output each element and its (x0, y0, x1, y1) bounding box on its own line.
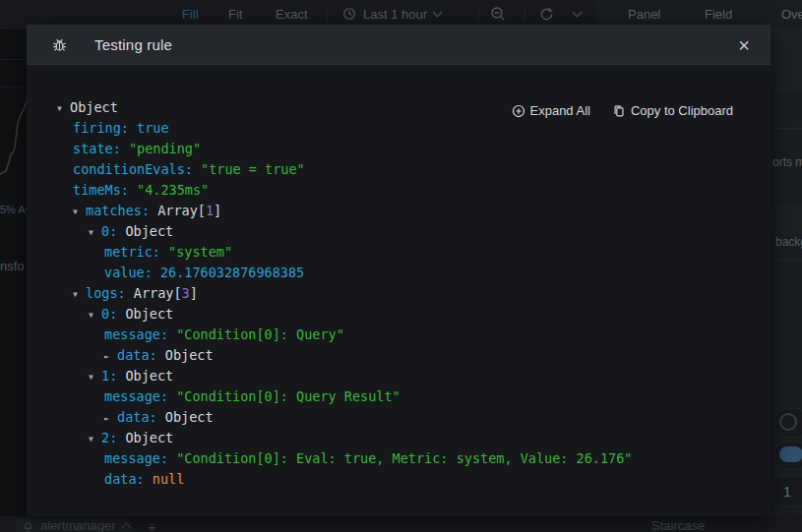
caret-down-icon[interactable]: ▼ (89, 222, 101, 243)
copy-icon (612, 104, 626, 118)
json-actions: Expand All Copy to Clipboard (512, 103, 734, 118)
tree-key: 1: (101, 368, 117, 384)
tree-row: metric: "system" (27, 242, 771, 263)
tree-key: message: (104, 388, 168, 404)
tree-row[interactable]: ▼1: Object (27, 366, 771, 386)
expand-all-button[interactable]: Expand All (512, 103, 590, 118)
tree-row: conditionEvals: "true = true" (27, 159, 771, 180)
tree-key: 0: (101, 223, 117, 239)
expand-all-label: Expand All (530, 103, 590, 118)
copy-to-clipboard-label: Copy to Clipboard (631, 103, 733, 118)
tree-null: null (145, 471, 185, 487)
tree-row: message: "Condition[0]: Query Result" (27, 386, 771, 407)
tree-key: matches: (86, 203, 150, 218)
bug-icon (50, 36, 69, 53)
tree-str: "system" (160, 244, 232, 260)
tree-row[interactable]: ▼0: Object (27, 304, 771, 325)
tree-row: data: null (27, 469, 771, 490)
caret-down-icon[interactable]: ▼ (57, 98, 70, 119)
tree-idx: 1 (206, 203, 214, 218)
tree-str: "pending" (121, 141, 201, 156)
tree-key: message: (104, 450, 168, 466)
tree-str: "Condition[0]: Query" (168, 326, 344, 342)
tree-key: metric: (104, 244, 160, 260)
caret-right-icon[interactable]: ► (104, 346, 117, 367)
tree-plain: ] (214, 203, 221, 218)
tree-plain: Object (157, 347, 214, 363)
tree-plain: ] (190, 285, 198, 301)
tree-plain: Array[ (126, 285, 182, 301)
tree-key: data: (117, 347, 157, 363)
tree-row: timeMs: "4.235ms" (27, 180, 771, 201)
tree-key: data: (104, 471, 145, 487)
tree-key: message: (104, 326, 168, 342)
tree-str: "Condition[0]: Eval: true, Metric: syste… (168, 450, 632, 466)
tree-row: firing: true (27, 118, 771, 139)
modal-header: Testing rule × (27, 25, 771, 65)
tree-row[interactable]: ▼logs: Array[3] (27, 283, 771, 304)
tree-str: "Condition[0]: Query Result" (168, 388, 401, 404)
tree-plain: Object (117, 368, 173, 384)
close-icon[interactable]: × (731, 32, 757, 58)
caret-down-icon[interactable]: ▼ (89, 305, 101, 325)
tree-row[interactable]: ▼2: Object (27, 428, 771, 448)
grafana-app: Fill Fit Exact Last 1 hour (0, 0, 802, 532)
tree-plain: Object (70, 99, 118, 115)
tree-row: value: 26.176032876968385 (27, 263, 771, 283)
tree-str: "4.235ms" (129, 182, 209, 198)
tree-plain: Object (117, 306, 173, 322)
modal-title: Testing rule (94, 36, 172, 53)
tree-key: data: (117, 409, 157, 425)
caret-down-icon[interactable]: ▼ (73, 202, 86, 222)
tree-plain: Array[ (150, 203, 206, 218)
caret-right-icon[interactable]: ► (104, 408, 117, 429)
caret-down-icon[interactable]: ▼ (73, 284, 86, 305)
tree-row[interactable]: ►data: Object (27, 407, 771, 428)
tree-plain: Object (157, 409, 214, 425)
tree-plain: Object (117, 223, 173, 239)
tree-row[interactable]: ▼0: Object (27, 221, 771, 242)
caret-down-icon[interactable]: ▼ (89, 429, 101, 449)
testing-rule-modal: Testing rule × Expand All C (27, 25, 771, 516)
tree-key: state: (73, 141, 121, 156)
tree-row: state: "pending" (27, 139, 771, 159)
tree-row: message: "Condition[0]: Query" (27, 325, 771, 345)
tree-key: logs: (86, 285, 126, 301)
tree-key: timeMs: (73, 182, 129, 198)
caret-down-icon[interactable]: ▼ (89, 367, 101, 387)
tree-num: 26.176032876968385 (153, 265, 304, 280)
tree-plain: Object (117, 430, 173, 445)
tree-key: firing: (73, 120, 129, 136)
tree-key: 2: (101, 430, 117, 445)
tree-bool: true (129, 120, 169, 136)
tree-row[interactable]: ▼matches: Array[1] (27, 201, 771, 221)
circle-plus-icon (512, 104, 525, 118)
tree-str: "true = true" (193, 161, 305, 177)
tree-key: 0: (101, 306, 117, 322)
tree-row[interactable]: ►data: Object (27, 345, 771, 366)
copy-to-clipboard-button[interactable]: Copy to Clipboard (612, 103, 733, 118)
json-tree: ▼Objectfiring: truestate: "pending"condi… (27, 97, 771, 490)
tree-row: message: "Condition[0]: Eval: true, Metr… (27, 448, 771, 469)
tree-idx: 3 (182, 285, 190, 301)
tree-key: conditionEvals: (73, 161, 193, 177)
tree-key: value: (104, 265, 153, 280)
